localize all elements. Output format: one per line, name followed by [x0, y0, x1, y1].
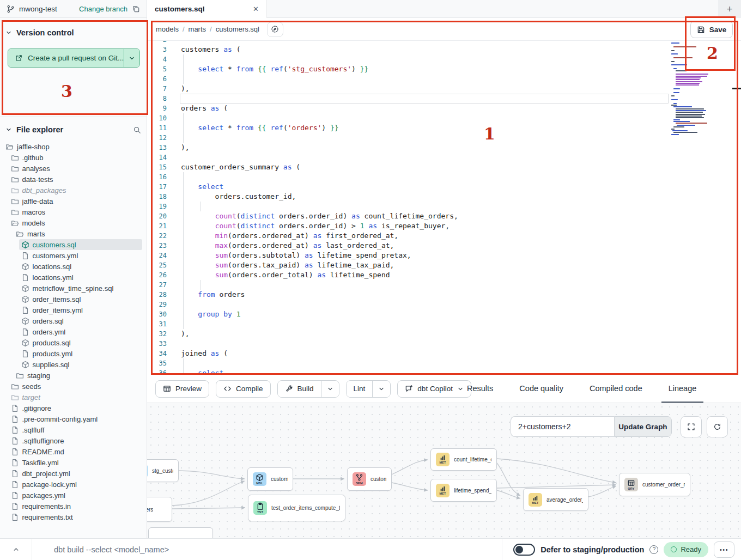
lineage-node-stg_customers[interactable]: MDLstg_customers — [147, 459, 179, 482]
code-line-10[interactable]: 10 — [147, 113, 741, 123]
create-pull-request-button[interactable]: Create a pull request on Git... — [8, 48, 140, 68]
more-options-button[interactable]: ••• — [714, 541, 734, 558]
code-line-3[interactable]: 3customers as ( — [147, 45, 741, 54]
lineage-node-customer_order_metrics[interactable]: QRYcustomer_order_metrics — [619, 473, 690, 496]
file-tree-item--pre-commit-config-yaml[interactable]: .pre-commit-config.yaml — [0, 413, 147, 424]
file-tree-item-products-yml[interactable]: products.yml — [0, 348, 147, 359]
file-tree-item-orders-yml[interactable]: orders.yml — [0, 326, 147, 337]
file-tree-item-taskfile-yml[interactable]: Taskfile.yml — [0, 457, 147, 468]
defer-toggle[interactable] — [513, 544, 535, 556]
editor-minimap[interactable] — [671, 41, 720, 113]
file-tree-item-requirements-in[interactable]: requirements.in — [0, 501, 147, 512]
file-tree-item-macros[interactable]: macros — [0, 206, 147, 217]
copy-icon[interactable] — [132, 5, 140, 13]
code-line-36[interactable]: 36 select — [147, 368, 741, 375]
lineage-node-customers_mdl[interactable]: MDLcustomers — [247, 467, 293, 491]
build-menu-caret[interactable] — [321, 381, 339, 397]
code-line-7[interactable]: 7), — [147, 84, 741, 94]
code-line-24[interactable]: 24 sum(orders.subtotal) as lifetime_spen… — [147, 251, 741, 260]
code-line-29[interactable]: 29 — [147, 300, 741, 309]
code-line-14[interactable]: 14 — [147, 153, 741, 162]
file-tree-item-customers-sql[interactable]: customers.sql — [0, 239, 147, 250]
refresh-button[interactable] — [707, 416, 728, 437]
tab-code-quality[interactable]: Code quality — [512, 375, 570, 403]
file-tree-item-jaffle-shop[interactable]: jaffle-shop — [0, 141, 147, 152]
code-line-26[interactable]: 26 sum(orders.order_total) as lifetime_s… — [147, 270, 741, 280]
file-tree-item-analyses[interactable]: analyses — [0, 163, 147, 174]
code-line-17[interactable]: 17 select — [147, 182, 741, 192]
code-line-25[interactable]: 25 sum(orders.tax_paid) as lifetime_tax_… — [147, 260, 741, 270]
code-line-18[interactable]: 18 orders.customer_id, — [147, 192, 741, 202]
breadcrumb-file[interactable]: customers.sql — [216, 25, 259, 33]
code-line-23[interactable]: 23 max(orders.ordered_at) as last_ordere… — [147, 241, 741, 251]
build-button[interactable]: Build — [278, 381, 321, 397]
breadcrumb-marts[interactable]: marts — [189, 25, 206, 33]
save-button[interactable]: Save — [690, 21, 733, 38]
lineage-node-test[interactable]: TSTtest_order_items_compute_to_bools... — [248, 495, 345, 521]
code-line-15[interactable]: 15customer_orders_summary as ( — [147, 162, 741, 172]
file-tree-item-readme-md[interactable]: README.md — [0, 446, 147, 457]
file-tree-item--gitignore[interactable]: .gitignore — [0, 403, 147, 413]
code-line-6[interactable]: 6 — [147, 74, 741, 84]
lint-menu-caret[interactable] — [372, 381, 390, 397]
tab-lineage[interactable]: Lineage — [661, 375, 704, 403]
lineage-node-lifetime_spend_pretax[interactable]: METlifetime_spend_pretax — [430, 479, 497, 502]
version-control-header[interactable]: Version control — [0, 23, 147, 42]
tab-close-icon[interactable]: ✕ — [253, 5, 259, 13]
file-tree-item-requirements-txt[interactable]: requirements.txt — [0, 512, 147, 522]
lineage-query-input[interactable] — [511, 416, 614, 437]
lineage-node-average_order_value[interactable]: METaverage_order_value — [523, 488, 588, 511]
lineage-node-count_lifetime_orders[interactable]: METcount_lifetime_orders — [430, 448, 497, 471]
command-bar-expand-button[interactable] — [0, 546, 32, 553]
file-tree-item-order-items-sql[interactable]: order_items.sql — [0, 294, 147, 305]
file-tree-item-models[interactable]: models — [0, 217, 147, 228]
change-branch-link[interactable]: Change branch — [79, 5, 127, 13]
lint-button[interactable]: Lint — [347, 381, 373, 397]
file-tree-item-orders-sql[interactable]: orders.sql — [0, 315, 147, 326]
file-tree-item-order-items-yml[interactable]: order_items.yml — [0, 305, 147, 315]
file-tree-item-data-tests[interactable]: data-tests — [0, 174, 147, 185]
code-line-22[interactable]: 22 min(orders.ordered_at) as first_order… — [147, 231, 741, 241]
new-tab-button[interactable]: + — [718, 0, 741, 18]
code-line-20[interactable]: 20 count(distinct orders.order_id) as co… — [147, 211, 741, 221]
tab-results[interactable]: Results — [460, 375, 500, 403]
file-tree-item-seeds[interactable]: seeds — [0, 381, 147, 392]
search-icon[interactable] — [133, 126, 141, 134]
file-tree-item-products-sql[interactable]: products.sql — [0, 337, 147, 348]
file-tree-item-staging[interactable]: staging — [0, 370, 147, 381]
file-tree-item-dbt-packages[interactable]: dbt_packages — [0, 185, 147, 196]
code-line-33[interactable]: 33 — [147, 339, 741, 349]
file-explorer-header[interactable]: File explorer — [0, 121, 147, 138]
compile-button[interactable]: Compile — [216, 380, 271, 398]
code-line-12[interactable]: 12 — [147, 133, 741, 143]
tab-compiled-code[interactable]: Compiled code — [582, 375, 649, 403]
code-line-31[interactable]: 31 — [147, 319, 741, 329]
code-line-27[interactable]: 27 — [147, 280, 741, 290]
lineage-node-clipped[interactable] — [148, 527, 213, 538]
code-line-13[interactable]: 13), — [147, 143, 741, 153]
editor-tab[interactable]: customers.sql ✕ — [147, 0, 267, 18]
code-editor[interactable]: 23customers as (45 select * from {{ ref(… — [147, 41, 741, 375]
file-tree-item-package-lock-yml[interactable]: package-lock.yml — [0, 479, 147, 490]
file-tree-item-dbt-project-yml[interactable]: dbt_project.yml — [0, 468, 147, 479]
help-icon[interactable]: ? — [649, 545, 658, 554]
code-line-9[interactable]: 9orders as ( — [147, 104, 741, 113]
code-line-28[interactable]: 28 from orders — [147, 290, 741, 300]
code-line-16[interactable]: 16 — [147, 172, 741, 182]
command-input[interactable] — [32, 539, 502, 560]
file-tree-item-marts[interactable]: marts — [0, 228, 147, 239]
code-line-8[interactable]: 8 — [147, 94, 741, 104]
code-line-2[interactable]: 2 — [147, 41, 741, 45]
fullscreen-button[interactable] — [681, 416, 702, 437]
create-pull-request-main[interactable]: Create a pull request on Git... — [8, 49, 124, 67]
code-line-32[interactable]: 32), — [147, 329, 741, 339]
file-tree-item-supplies-sql[interactable]: supplies.sql — [0, 359, 147, 370]
file-tree-item--sqlfluff[interactable]: .sqlfluff — [0, 424, 147, 435]
file-tree-item-locations-yml[interactable]: locations.yml — [0, 272, 147, 283]
code-line-5[interactable]: 5 select * from {{ ref('stg_customers') … — [147, 64, 741, 74]
file-tree-item-locations-sql[interactable]: locations.sql — [0, 261, 147, 272]
code-line-19[interactable]: 19 — [147, 202, 741, 211]
preview-button[interactable]: Preview — [155, 380, 209, 398]
breadcrumb-models[interactable]: models — [156, 25, 179, 33]
copilot-compass-button[interactable] — [267, 22, 283, 37]
